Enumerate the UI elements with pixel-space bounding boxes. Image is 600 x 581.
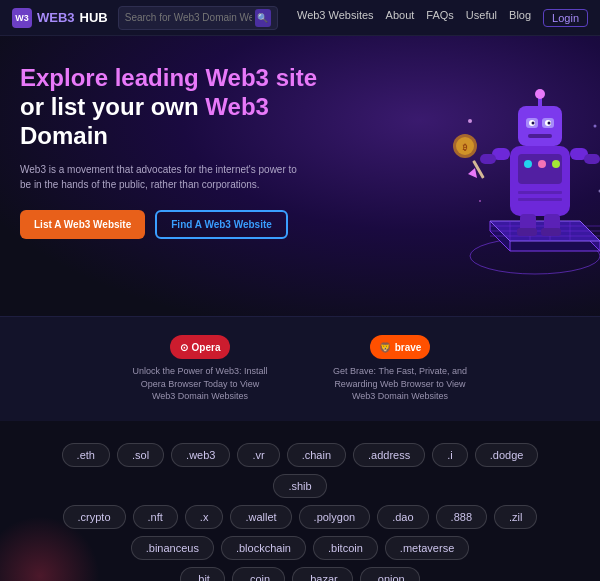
svg-rect-34 bbox=[584, 154, 600, 164]
opera-icon: ⊙ bbox=[180, 342, 188, 353]
hero-title-orlist: or list your own bbox=[20, 93, 205, 120]
tag-coin[interactable]: .coin bbox=[232, 567, 285, 581]
logo-web3-text: WEB3 bbox=[37, 10, 75, 25]
logo-icon: W3 bbox=[12, 8, 32, 28]
svg-rect-37 bbox=[517, 228, 537, 236]
tag-metaverse[interactable]: .metaverse bbox=[385, 536, 469, 560]
logo[interactable]: W3 WEB3 HUB bbox=[12, 8, 108, 28]
opera-label: Opera bbox=[192, 342, 221, 353]
hero-illustration: ₿ bbox=[380, 46, 600, 306]
search-input[interactable] bbox=[125, 12, 252, 23]
opera-browser-item[interactable]: ⊙ Opera Unlock the Power of Web3: Instal… bbox=[130, 335, 270, 403]
brave-label: brave bbox=[395, 342, 422, 353]
logo-icon-text: W3 bbox=[15, 13, 29, 23]
svg-point-25 bbox=[548, 122, 551, 125]
tag-chain[interactable]: .chain bbox=[287, 443, 346, 467]
tag-sol[interactable]: .sol bbox=[117, 443, 164, 467]
hero-buttons: List A Web3 Website Find A Web3 Website bbox=[20, 210, 320, 239]
hero-title-explore: Explore leading bbox=[20, 64, 205, 91]
svg-point-39 bbox=[468, 119, 472, 123]
hero-title-web3: Web3 bbox=[205, 93, 269, 120]
tag-onion[interactable]: .onion bbox=[360, 567, 420, 581]
nav-blog[interactable]: Blog bbox=[509, 9, 531, 27]
svg-marker-32 bbox=[468, 168, 477, 178]
hero-title: Explore leading Web3 site or list your o… bbox=[20, 64, 320, 150]
browsers-section: ⊙ Opera Unlock the Power of Web3: Instal… bbox=[0, 316, 600, 421]
tag-bitcoin[interactable]: .bitcoin bbox=[313, 536, 378, 560]
tag-vr[interactable]: .vr bbox=[237, 443, 279, 467]
svg-rect-26 bbox=[528, 134, 552, 138]
svg-point-14 bbox=[524, 160, 532, 168]
tag-blockchain[interactable]: .blockchain bbox=[221, 536, 306, 560]
svg-point-28 bbox=[535, 89, 545, 99]
svg-rect-30 bbox=[480, 154, 496, 164]
svg-rect-19 bbox=[518, 106, 562, 146]
tag-bit[interactable]: .bit bbox=[180, 567, 225, 581]
search-bar: 🔍 bbox=[118, 6, 278, 30]
tag-polygon[interactable]: .polygon bbox=[299, 505, 371, 529]
tags-row-1: .crypto.nft.x.wallet.polygon.dao.888.zil bbox=[40, 505, 560, 529]
brave-logo: 🦁 brave bbox=[370, 335, 430, 359]
brave-icon: 🦁 bbox=[379, 342, 391, 353]
tag-i[interactable]: .i bbox=[432, 443, 468, 467]
svg-rect-17 bbox=[518, 191, 562, 194]
hero-content: Explore leading Web3 site or list your o… bbox=[20, 64, 320, 239]
tag-shib[interactable]: .shib bbox=[273, 474, 326, 498]
tags-row-0: .eth.sol.web3.vr.chain.address.i.dodge.s… bbox=[40, 443, 560, 498]
hero-title-domain: Domain bbox=[20, 122, 108, 149]
brave-browser-item[interactable]: 🦁 brave Get Brave: The Fast, Private, an… bbox=[330, 335, 470, 403]
login-button[interactable]: Login bbox=[543, 9, 588, 27]
logo-hub-text: HUB bbox=[80, 10, 108, 25]
tag-binanceus[interactable]: .binanceus bbox=[131, 536, 214, 560]
brave-description: Get Brave: The Fast, Private, and Reward… bbox=[330, 365, 470, 403]
tags-section: .eth.sol.web3.vr.chain.address.i.dodge.s… bbox=[0, 421, 600, 581]
find-website-button[interactable]: Find A Web3 Website bbox=[155, 210, 288, 239]
opera-description: Unlock the Power of Web3: Install Opera … bbox=[130, 365, 270, 403]
svg-point-24 bbox=[532, 122, 535, 125]
tag-web3[interactable]: .web3 bbox=[171, 443, 230, 467]
list-website-button[interactable]: List A Web3 Website bbox=[20, 210, 145, 239]
tag-wallet[interactable]: .wallet bbox=[230, 505, 291, 529]
svg-rect-13 bbox=[518, 154, 562, 184]
svg-rect-38 bbox=[541, 228, 561, 236]
svg-rect-18 bbox=[518, 198, 562, 201]
nav-useful[interactable]: Useful bbox=[466, 9, 497, 27]
tag-dao[interactable]: .dao bbox=[377, 505, 428, 529]
tag-x[interactable]: .x bbox=[185, 505, 224, 529]
nav-links: Web3 Websites About FAQs Useful Blog Log… bbox=[297, 9, 588, 27]
navbar: W3 WEB3 HUB 🔍 Web3 Websites About FAQs U… bbox=[0, 0, 600, 36]
svg-point-15 bbox=[538, 160, 546, 168]
search-button[interactable]: 🔍 bbox=[255, 9, 271, 27]
opera-logo: ⊙ Opera bbox=[170, 335, 230, 359]
hero-section: Explore leading Web3 site or list your o… bbox=[0, 36, 600, 316]
hero-title-web3site: Web3 site bbox=[205, 64, 317, 91]
nav-about[interactable]: About bbox=[386, 9, 415, 27]
svg-point-41 bbox=[479, 200, 481, 202]
svg-point-40 bbox=[594, 125, 597, 128]
tag-bazar[interactable]: .bazar bbox=[292, 567, 353, 581]
tag-crypto[interactable]: .crypto bbox=[63, 505, 126, 529]
hero-description: Web3 is a movement that advocates for th… bbox=[20, 162, 300, 192]
tag-888[interactable]: .888 bbox=[436, 505, 487, 529]
nav-web3-websites[interactable]: Web3 Websites bbox=[297, 9, 374, 27]
tag-zil[interactable]: .zil bbox=[494, 505, 537, 529]
tags-container: .eth.sol.web3.vr.chain.address.i.dodge.s… bbox=[40, 443, 560, 581]
tag-dodge[interactable]: .dodge bbox=[475, 443, 539, 467]
tag-nft[interactable]: .nft bbox=[133, 505, 178, 529]
nav-faqs[interactable]: FAQs bbox=[426, 9, 454, 27]
tag-address[interactable]: .address bbox=[353, 443, 425, 467]
tags-row-2: .binanceus.blockchain.bitcoin.metaverse bbox=[40, 536, 560, 560]
svg-point-16 bbox=[552, 160, 560, 168]
tag-eth[interactable]: .eth bbox=[62, 443, 110, 467]
tags-row-3: .bit.coin.bazar.onion bbox=[40, 567, 560, 581]
